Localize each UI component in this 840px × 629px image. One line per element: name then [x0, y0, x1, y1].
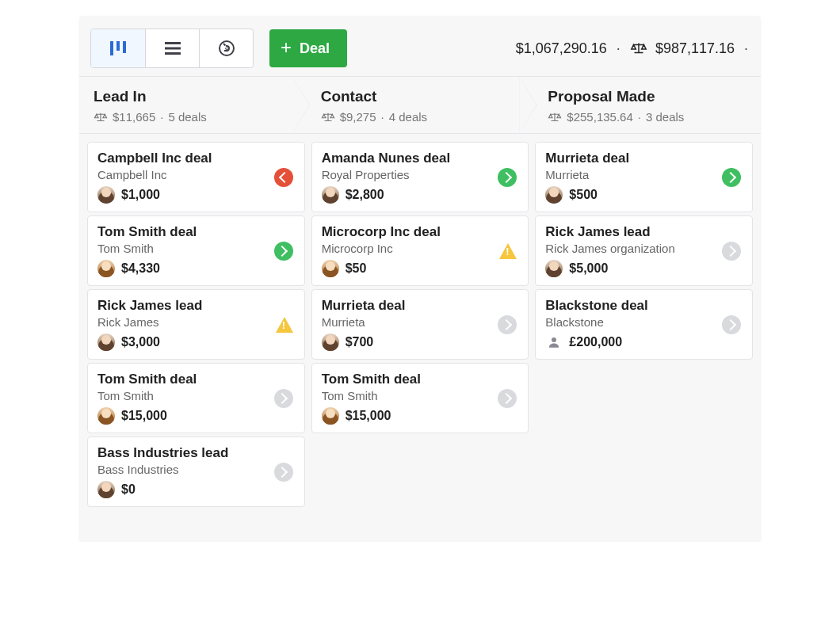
svg-point-8	[552, 337, 556, 342]
deal-org: Campbell Inc	[97, 168, 295, 181]
deal-card[interactable]: Murrieta dealMurrieta$700	[311, 289, 529, 360]
stage-count: 4 deals	[389, 110, 427, 124]
deal-amount-row: $3,000	[97, 334, 295, 351]
warning-icon	[499, 243, 517, 259]
deal-org: Microcorp Inc	[322, 242, 519, 255]
avatar	[322, 260, 339, 277]
scale-icon	[321, 112, 335, 123]
avatar	[97, 260, 115, 277]
deal-card[interactable]: Bass Industries leadBass Industries$0	[87, 436, 305, 507]
chevron-right-icon	[277, 245, 288, 256]
svg-rect-0	[110, 41, 113, 55]
deal-card[interactable]: Rick James leadRick James organization$5…	[535, 215, 753, 286]
deal-amount: $5,000	[569, 261, 608, 276]
deal-amount: $0	[121, 482, 136, 497]
deal-org: Murrieta	[545, 168, 743, 181]
avatar	[322, 334, 339, 351]
avatar	[97, 481, 115, 498]
deal-card[interactable]: Tom Smith dealTom Smith$15,000	[87, 363, 305, 433]
deal-title: Rick James lead	[545, 224, 743, 240]
status-none-icon	[274, 389, 293, 408]
deal-amount-row: $500	[545, 186, 743, 204]
plus-icon: +	[281, 36, 292, 59]
deal-status	[722, 315, 741, 334]
chevron-right-icon	[277, 392, 288, 403]
stage-header-row: Lead In $11,665 · 5 deals Contact $9,275…	[79, 76, 761, 134]
scale-icon	[630, 41, 647, 55]
deal-title: Bass Industries lead	[97, 445, 295, 461]
stage-header-proposal[interactable]: Proposal Made $255,135.64 · 3 deals	[533, 77, 761, 133]
svg-rect-1	[116, 41, 120, 51]
deal-title: Murrieta deal	[322, 298, 519, 314]
deal-card[interactable]: Tom Smith dealTom Smith$4,330	[87, 215, 305, 286]
view-list-button[interactable]	[145, 29, 199, 67]
deal-amount-row: $15,000	[97, 407, 295, 425]
deal-title: Tom Smith deal	[97, 224, 295, 240]
deal-amount: $15,000	[121, 409, 167, 423]
deal-amount: $700	[346, 335, 374, 349]
deal-amount: $2,800	[346, 188, 384, 202]
stage-title: Proposal Made	[544, 88, 750, 105]
chevron-right-icon	[501, 392, 512, 403]
stage-header-lead-in[interactable]: Lead In $11,665 · 5 deals	[79, 77, 307, 133]
deal-amount-row: $2,800	[322, 186, 519, 204]
status-overdue-icon	[274, 168, 293, 187]
deal-card[interactable]: Rick James leadRick James$3,000	[87, 289, 305, 360]
toolbar: $ + Deal $1,067,290.16 · $987,117.16 ·	[79, 16, 761, 76]
deal-card[interactable]: Microcorp Inc dealMicrocorp Inc$50	[311, 215, 529, 286]
deal-card[interactable]: Campbell Inc dealCampbell Inc$1,000	[87, 142, 305, 212]
deal-amount: £200,000	[569, 335, 622, 349]
warning-icon	[276, 317, 293, 333]
svg-rect-4	[165, 48, 181, 50]
deal-amount: $500	[569, 188, 598, 202]
column-contact: Amanda Nunes dealRoyal Properties$2,800M…	[308, 142, 533, 510]
stage-count: 5 deals	[168, 110, 206, 124]
deal-amount-row: $4,330	[97, 260, 295, 277]
deal-amount-row: $15,000	[322, 407, 519, 425]
deal-status	[722, 168, 741, 187]
avatar	[97, 186, 115, 204]
separator-dot: ·	[381, 110, 384, 124]
deal-title: Microcorp Inc deal	[322, 224, 519, 240]
deal-amount: $4,330	[121, 261, 160, 276]
view-kanban-button[interactable]	[91, 29, 145, 67]
deal-title: Rick James lead	[97, 298, 295, 314]
deal-amount-row: $700	[322, 334, 519, 351]
chevron-right-icon	[501, 171, 512, 182]
status-none-icon	[722, 242, 741, 261]
deal-amount-row: $1,000	[97, 186, 295, 204]
status-none-icon	[274, 463, 293, 482]
view-forecast-button[interactable]: $	[199, 29, 253, 67]
deal-org: Rick James organization	[545, 242, 743, 255]
avatar	[322, 407, 339, 425]
deal-org: Tom Smith	[97, 389, 295, 402]
deal-status	[498, 168, 517, 187]
deal-card[interactable]: Amanda Nunes dealRoyal Properties$2,800	[311, 142, 529, 212]
column-proposal: Murrieta dealMurrieta$500Rick James lead…	[532, 142, 756, 510]
stage-amount: $9,275	[340, 110, 376, 124]
chevron-right-icon	[724, 171, 735, 182]
svg-rect-5	[165, 52, 181, 55]
deal-status	[274, 389, 293, 408]
deal-title: Blackstone deal	[545, 298, 743, 314]
chevron-right-icon	[724, 318, 735, 330]
stage-header-contact[interactable]: Contact $9,275 · 4 deals	[307, 77, 534, 133]
svg-text:$: $	[224, 46, 228, 53]
avatar	[97, 407, 115, 425]
add-deal-button[interactable]: + Deal	[269, 29, 347, 67]
status-none-icon	[722, 315, 741, 334]
deal-card[interactable]: Murrieta dealMurrieta$500	[535, 142, 753, 212]
person-icon	[545, 334, 563, 351]
chevron-right-icon	[501, 318, 512, 330]
deal-card[interactable]: Tom Smith dealTom Smith$15,000	[311, 363, 529, 433]
stage-amount: $11,665	[113, 110, 155, 124]
deal-amount-row: £200,000	[545, 334, 743, 351]
deal-org: Royal Properties	[322, 168, 519, 181]
deal-card[interactable]: Blackstone dealBlackstone£200,000	[535, 289, 753, 360]
separator-dot: ·	[744, 40, 748, 57]
deal-org: Murrieta	[322, 315, 519, 329]
status-ok-icon	[498, 168, 517, 187]
total-weighted: $987,117.16	[655, 40, 735, 57]
avatar	[545, 260, 563, 277]
separator-dot: ·	[160, 110, 163, 124]
